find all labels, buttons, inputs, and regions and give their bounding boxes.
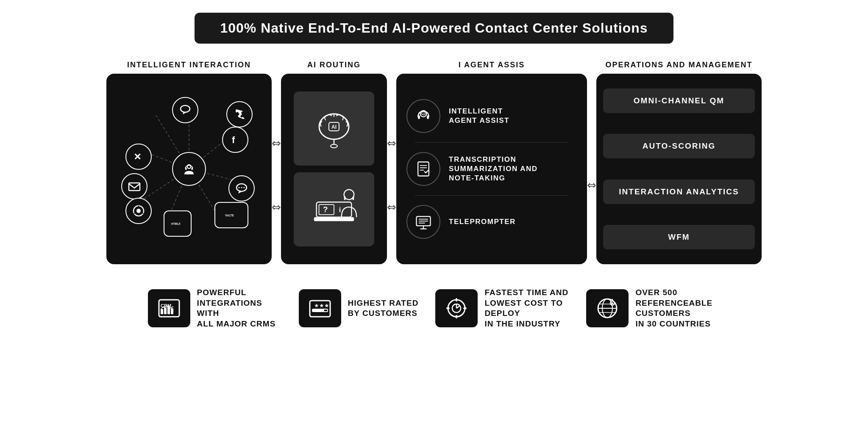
stat-rating-text: HIGHEST RATEDBY CUSTOMERS: [348, 298, 419, 319]
svg-text:f: f: [232, 135, 235, 145]
interaction-column: INTELLIGENT INTERACTION: [106, 61, 272, 264]
routing-card: AI ? i: [281, 74, 387, 264]
speech-bubble-icon: [172, 97, 198, 123]
assist-text-3: TELEPROMPTER: [449, 217, 516, 227]
volte-icon: VoLTE: [214, 202, 248, 228]
assist-label: I AGENT ASSIS: [459, 61, 525, 69]
assist-column: I AGENT ASSIS I: [396, 61, 587, 264]
orbit-container: ✕ f VoLTE: [121, 93, 257, 245]
stat-crm-text: POWERFULINTEGRATIONS WITHALL MAJOR CRMS: [197, 288, 282, 329]
center-agent-icon: [172, 152, 206, 186]
svg-rect-72: [463, 307, 467, 309]
svg-point-16: [239, 187, 240, 188]
arrow-double-4: ⇔: [387, 201, 396, 214]
stat-global-text: OVER 500REFERENCEABLE CUSTOMERSIN 30 COU…: [635, 288, 720, 329]
gear-icon-box: [435, 289, 478, 327]
svg-text:AI: AI: [331, 124, 337, 130]
arrows-routing-assist: ⇔ ⇔: [387, 80, 396, 271]
arrow-double-2: ⇔: [272, 201, 281, 214]
ops-column: OPERATIONS AND MANAGEMENT OMNI-CHANNEL Q…: [596, 61, 762, 264]
svg-rect-59: [161, 309, 163, 314]
svg-text:★★★: ★★★: [314, 302, 329, 309]
svg-point-44: [422, 113, 423, 113]
svg-rect-71: [446, 307, 450, 309]
ops-card: OMNI-CHANNEL QM AUTO-SCORING INTERACTION…: [596, 74, 762, 264]
svg-text:VoLTE: VoLTE: [225, 214, 234, 217]
svg-rect-62: [171, 308, 173, 314]
stat-speed-text: FASTEST TIME ANDLOWEST COST TO DEPLOYIN …: [484, 288, 569, 329]
svg-rect-47: [418, 162, 429, 176]
assist-item-3: TELEPROMPTER: [406, 202, 577, 242]
header-title: 100% Native End-To-End AI-Powered Contac…: [220, 20, 648, 36]
main-content: INTELLIGENT INTERACTION: [17, 61, 851, 271]
svg-line-25: [141, 212, 143, 213]
svg-text:?: ?: [323, 205, 328, 213]
header-banner: 100% Native End-To-End AI-Powered Contac…: [195, 13, 673, 44]
ops-text-2: AUTO-SCORING: [643, 141, 715, 151]
assist-card: INTELLIGENTAGENT ASSIST TRANSCRIPTIONSUM…: [396, 74, 587, 264]
stat-speed: FASTEST TIME ANDLOWEST COST TO DEPLOYIN …: [435, 288, 569, 329]
svg-point-37: [344, 189, 354, 199]
facebook-icon: f: [222, 127, 248, 153]
arrows-interaction-routing: ⇔ ⇔: [272, 80, 281, 271]
svg-point-31: [331, 144, 337, 148]
html-icon: HTML5: [164, 210, 192, 237]
globe-icon-box: [586, 289, 629, 327]
assist-text-1: INTELLIGENTAGENT ASSIST: [449, 107, 509, 125]
rating-icon-box: ★★★: [299, 289, 341, 327]
ops-text-3: INTERACTION ANALYTICS: [619, 187, 739, 196]
assist-text-2: TRANSCRIPTIONSUMMARIZATION ANDNOTE-TAKIN…: [449, 155, 538, 183]
interaction-card: ✕ f VoLTE: [106, 74, 272, 264]
phone-icon: [226, 101, 253, 127]
ops-text-1: OMNI-CHANNEL QM: [634, 96, 724, 105]
assist-item-1: INTELLIGENTAGENT ASSIST: [406, 96, 577, 136]
svg-rect-66: [312, 309, 324, 312]
document-icon-box: [406, 152, 440, 186]
bottom-stats-bar: CRM POWERFULINTEGRATIONS WITHALL MAJOR C…: [17, 288, 851, 329]
svg-point-22: [136, 209, 141, 213]
ops-item-4: WFM: [603, 225, 755, 249]
x-twitter-icon: ✕: [125, 144, 152, 170]
svg-point-45: [423, 113, 423, 113]
svg-point-46: [424, 113, 424, 113]
agent-box: ? i: [294, 172, 374, 246]
svg-rect-14: [129, 183, 140, 191]
ai-brain-box: AI: [294, 91, 374, 166]
routing-column: AI ROUTING AI: [281, 61, 387, 264]
svg-text:✕: ✕: [134, 152, 141, 162]
svg-text:i: i: [339, 205, 341, 213]
stat-rating: ★★★ HIGHEST RATEDBY CUSTOMERS: [299, 288, 419, 329]
interaction-label: INTELLIGENT INTERACTION: [127, 61, 251, 69]
svg-point-81: [612, 302, 613, 304]
ops-label: OPERATIONS AND MANAGEMENT: [606, 61, 753, 69]
svg-text:HTML5: HTML5: [171, 222, 181, 225]
arrows-assist-ops: ⇔: [587, 80, 596, 271]
ops-item-2: AUTO-SCORING: [603, 134, 755, 158]
svg-point-26: [181, 105, 190, 112]
assist-item-2: TRANSCRIPTIONSUMMARIZATION ANDNOTE-TAKIN…: [406, 149, 577, 189]
email-icon: [121, 173, 147, 199]
teleprompter-icon-box: [406, 205, 440, 239]
crm-icon-box: CRM: [148, 289, 190, 327]
stat-crm: CRM POWERFULINTEGRATIONS WITHALL MAJOR C…: [148, 288, 282, 329]
arrow-double-5: ⇔: [587, 179, 596, 192]
divider-2: [415, 195, 568, 196]
svg-rect-60: [164, 307, 167, 314]
arrow-double-1: ⇔: [272, 137, 281, 150]
svg-point-17: [241, 187, 242, 188]
arrow-double-3: ⇔: [387, 137, 396, 150]
headset-icon-box: [406, 99, 440, 133]
svg-rect-39: [353, 196, 354, 200]
stat-global: OVER 500REFERENCEABLE CUSTOMERSIN 30 COU…: [586, 288, 720, 329]
chrome-icon: [125, 198, 152, 224]
ops-text-4: WFM: [668, 232, 690, 242]
svg-point-18: [244, 187, 245, 188]
svg-rect-70: [456, 315, 457, 318]
ops-item-3: INTERACTION ANALYTICS: [603, 180, 755, 204]
svg-rect-32: [314, 217, 354, 221]
svg-line-24: [134, 212, 136, 213]
divider-1: [415, 142, 568, 143]
chat-icon: [228, 175, 255, 202]
svg-rect-38: [344, 196, 346, 200]
ops-item-1: OMNI-CHANNEL QM: [603, 88, 755, 113]
